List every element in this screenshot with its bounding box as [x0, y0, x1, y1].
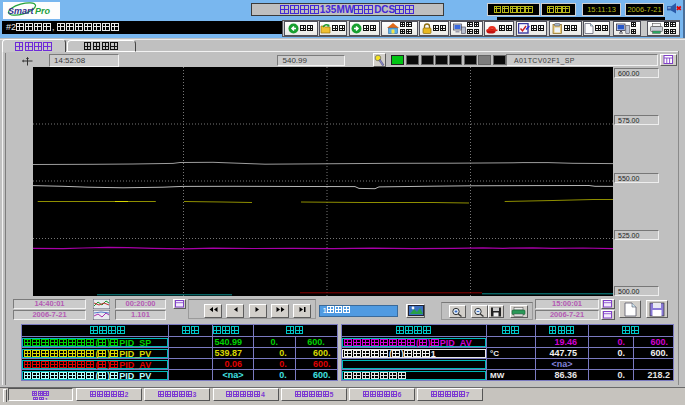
svg-text:Smart: Smart: [8, 6, 35, 16]
svg-text:Pro: Pro: [35, 6, 51, 16]
